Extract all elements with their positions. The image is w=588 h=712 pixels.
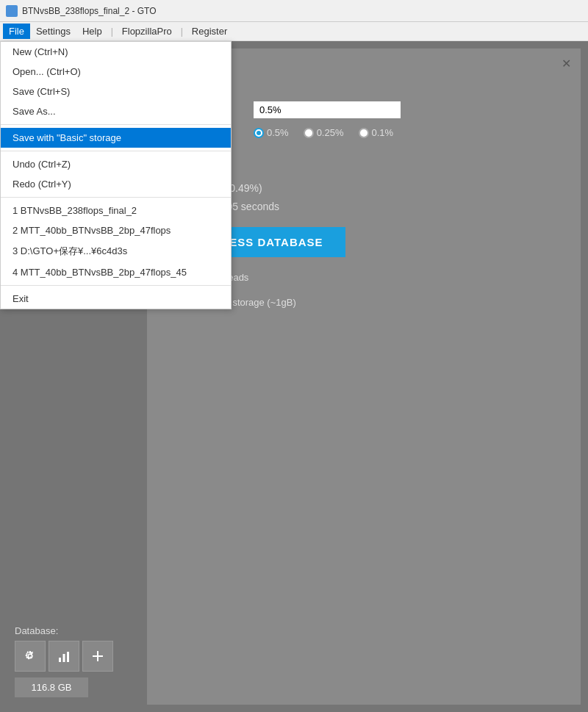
radio-label-0.1: 0.1% [372,127,394,138]
menu-divider-2 [1,151,231,151]
menu-flopzillapro[interactable]: FlopzillaPro [116,24,178,39]
close-icon[interactable]: ✕ [559,56,573,71]
menu-settings[interactable]: Settings [30,24,76,39]
radio-0.5[interactable]: 0.5% [254,127,289,138]
svg-rect-1 [63,654,65,662]
db-add-button[interactable] [82,641,113,672]
radio-label-0.25: 0.25% [317,127,344,138]
window-title: BTNvsBB_238flops_final_2 - GTO [22,6,157,16]
menu-divider-3 [1,197,231,198]
menu-recent-3[interactable]: 3 D:\GTO+保存¥...¥6c4d3s [1,240,231,262]
radio-circle-0.25 [304,128,314,138]
menu-open[interactable]: Open... (Ctrl+O) [1,62,231,82]
chart-icon [57,649,71,664]
svg-rect-4 [93,655,103,657]
menu-save[interactable]: Save (Ctrl+S) [1,82,231,101]
db-settings-button[interactable] [15,641,46,672]
menu-sep2: | [178,26,186,37]
menu-sep1: | [108,26,116,37]
menu-recent-2[interactable]: 2 MTT_40bb_BTNvsBB_2bp_47flops [1,220,231,240]
menu-divider-1 [1,124,231,125]
menu-save-basic[interactable]: Save with "Basic" storage [1,128,231,148]
menu-divider-4 [1,285,231,286]
radio-label-0.5: 0.5% [267,127,289,138]
database-label: Database: [15,625,125,636]
radio-0.25[interactable]: 0.25% [304,127,344,138]
svg-rect-0 [59,658,61,662]
storage-size: 116.8 GB [15,677,88,697]
menu-recent-1[interactable]: 1 BTNvsBB_238flops_final_2 [1,201,231,220]
app-icon [6,5,18,17]
title-bar: BTNvsBB_238flops_final_2 - GTO [0,0,588,22]
plus-icon [90,649,105,664]
svg-rect-2 [67,652,69,662]
database-buttons [15,641,125,672]
radio-circle-0.1 [359,128,369,138]
database-section: Database: [7,618,132,705]
menu-undo[interactable]: Undo (Ctrl+Z) [1,154,231,174]
target-dev-input[interactable] [254,101,401,118]
menu-help[interactable]: Help [76,24,108,39]
db-stats-button[interactable] [49,641,79,672]
radio-circle-0.5 [254,128,264,138]
menu-recent-4[interactable]: 4 MTT_40bb_BTNvsBB_2bp_47flops_45 [1,262,231,282]
menu-save-as[interactable]: Save As... [1,101,231,121]
menu-new[interactable]: New (Ctrl+N) [1,42,231,62]
menu-exit[interactable]: Exit [1,289,231,309]
menu-bar: File Settings Help | FlopzillaPro | Regi… [0,22,588,41]
menu-file[interactable]: File [3,24,30,39]
gear-icon [23,649,37,664]
file-dropdown-menu: New (Ctrl+N) Open... (Ctrl+O) Save (Ctrl… [0,41,232,309]
menu-redo[interactable]: Redo (Ctrl+Y) [1,174,231,194]
radio-0.1[interactable]: 0.1% [359,127,394,138]
menu-register[interactable]: Register [186,24,233,39]
